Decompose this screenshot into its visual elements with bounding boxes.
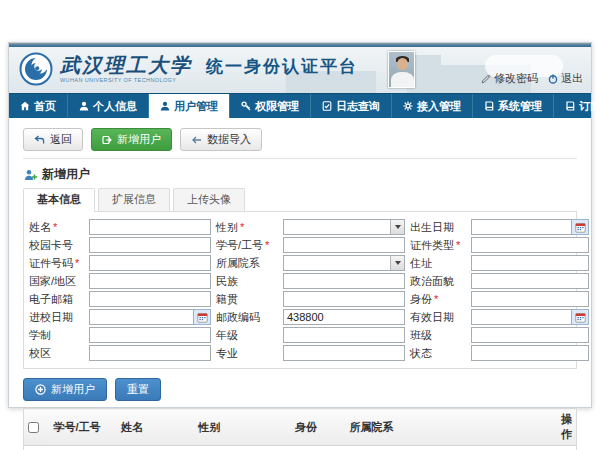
table-header-row: 学号/工号姓名性别身份所属院系操作 [24, 409, 577, 446]
import-arrow-icon [191, 135, 202, 145]
email-field[interactable] [89, 291, 211, 307]
nav-item-7[interactable]: 订阅管理 [554, 94, 600, 118]
postal-code-field[interactable] [283, 309, 405, 325]
data-import-button[interactable]: 数据导入 [180, 128, 262, 151]
back-button[interactable]: 返回 [23, 128, 83, 151]
tab-label: 扩展信息 [112, 193, 156, 205]
chevron-down-icon[interactable] [390, 256, 404, 270]
department-select[interactable] [283, 255, 405, 271]
select-all-checkbox[interactable] [28, 422, 39, 433]
calendar-icon[interactable] [572, 219, 589, 235]
student-id-field[interactable] [283, 237, 405, 253]
university-name-en: WUHAN UNIVERSITY OF TECHNOLOGY [60, 77, 192, 83]
enroll-date-label: 进校日期 [29, 310, 84, 325]
department-label: 所属院系 [216, 256, 278, 271]
valid-date-field[interactable] [471, 309, 572, 325]
identity-field[interactable] [471, 291, 589, 307]
platform-title: 统一身份认证平台 [206, 55, 358, 84]
grade-field[interactable] [283, 327, 405, 343]
identity-label: 身份* [410, 292, 466, 307]
header-right: 修改密码 退出 [388, 51, 583, 88]
country-region-field[interactable] [89, 273, 211, 289]
class-field[interactable] [471, 327, 589, 343]
native-place-field[interactable] [283, 291, 405, 307]
change-password-label: 修改密码 [494, 71, 538, 86]
back-button-label: 返回 [50, 132, 72, 147]
nav-item-label: 首页 [34, 99, 56, 114]
enroll-date-field[interactable] [89, 309, 194, 325]
class-label: 班级 [410, 328, 466, 343]
tab-1[interactable]: 扩展信息 [98, 188, 170, 211]
user-list-table: 学号/工号姓名性别身份所属院系操作 [23, 408, 577, 450]
table-empty-row [24, 446, 577, 450]
nav-item-0[interactable]: 首页 [9, 94, 68, 118]
submit-add-user-label: 新增用户 [51, 382, 95, 397]
id-number-field[interactable] [89, 255, 211, 271]
political-status-field[interactable] [471, 273, 589, 289]
gender-control [283, 219, 405, 235]
new-user-icon [24, 169, 37, 181]
native-place-label: 籍贯 [216, 292, 278, 307]
birth-date-control [471, 219, 589, 235]
pencil-icon [481, 74, 491, 84]
book-icon [565, 101, 575, 111]
department-selected-value [284, 256, 390, 270]
department-control [283, 255, 405, 271]
nav-item-3[interactable]: 权限管理 [230, 94, 311, 118]
required-asterisk: * [53, 221, 57, 233]
app-window: 武汉理工大学 WUHAN UNIVERSITY OF TECHNOLOGY 统一… [8, 42, 592, 408]
school-system-label: 学制 [29, 328, 84, 343]
calendar-icon[interactable] [572, 309, 589, 325]
tab-label: 上传头像 [187, 193, 231, 205]
school-system-field[interactable] [89, 327, 211, 343]
section-title-text: 新增用户 [42, 166, 90, 183]
nav-item-5[interactable]: 接入管理 [392, 94, 473, 118]
submit-add-user-button[interactable]: 新增用户 [23, 378, 107, 401]
school-system-control [89, 327, 211, 343]
table-header-2: 性别 [195, 409, 291, 446]
add-user-toolbar-label: 新增用户 [117, 132, 161, 147]
reset-button[interactable]: 重置 [115, 378, 161, 401]
tab-2[interactable]: 上传头像 [173, 188, 245, 211]
nav-item-1[interactable]: 个人信息 [68, 94, 149, 118]
status-field[interactable] [471, 345, 589, 361]
id-type-field[interactable] [471, 237, 589, 253]
table-header-1: 姓名 [117, 409, 195, 446]
native-place-control [283, 291, 405, 307]
enroll-date-control [89, 309, 211, 325]
nav-item-label: 用户管理 [174, 99, 218, 114]
postal-code-label: 邮政编码 [216, 310, 278, 325]
campus-card-no-control [89, 237, 211, 253]
change-password-link[interactable]: 修改密码 [481, 71, 538, 88]
grade-control [283, 327, 405, 343]
logo-area: 武汉理工大学 WUHAN UNIVERSITY OF TECHNOLOGY 统一… [19, 52, 358, 86]
add-user-toolbar-button[interactable]: 新增用户 [91, 128, 172, 151]
campus-card-no-field[interactable] [89, 237, 211, 253]
major-field[interactable] [283, 345, 405, 361]
status-control [471, 345, 589, 361]
gender-select[interactable] [283, 219, 405, 235]
campus-field[interactable] [89, 345, 211, 361]
nav-item-label: 个人信息 [93, 99, 137, 114]
logout-link[interactable]: 退出 [548, 71, 583, 88]
birth-date-field[interactable] [471, 219, 572, 235]
user-form: 姓名*性别*出生日期校园卡号学号/工号*证件类型*证件号码*所属院系住址国家/地… [29, 219, 571, 361]
user-icon [160, 101, 170, 111]
chevron-down-icon[interactable] [390, 220, 404, 234]
user-avatar[interactable] [388, 51, 415, 88]
identity-control [471, 291, 589, 307]
nav-item-6[interactable]: 系统管理 [473, 94, 554, 118]
nav-item-4[interactable]: 日志查询 [311, 94, 392, 118]
plus-circle-icon [35, 384, 46, 395]
nav-item-2[interactable]: 用户管理 [149, 94, 230, 118]
address-field[interactable] [471, 255, 589, 271]
name-field[interactable] [89, 219, 211, 235]
tab-0[interactable]: 基本信息 [23, 188, 95, 212]
ethnicity-field[interactable] [283, 273, 405, 289]
main-nav: 首页个人信息用户管理权限管理日志查询接入管理系统管理订阅管理 [9, 93, 591, 118]
required-asterisk: * [434, 293, 438, 305]
nav-item-label: 系统管理 [498, 99, 542, 114]
home-icon [20, 101, 30, 111]
form-tabs: 基本信息扩展信息上传头像 [23, 188, 577, 211]
calendar-icon[interactable] [194, 309, 211, 325]
